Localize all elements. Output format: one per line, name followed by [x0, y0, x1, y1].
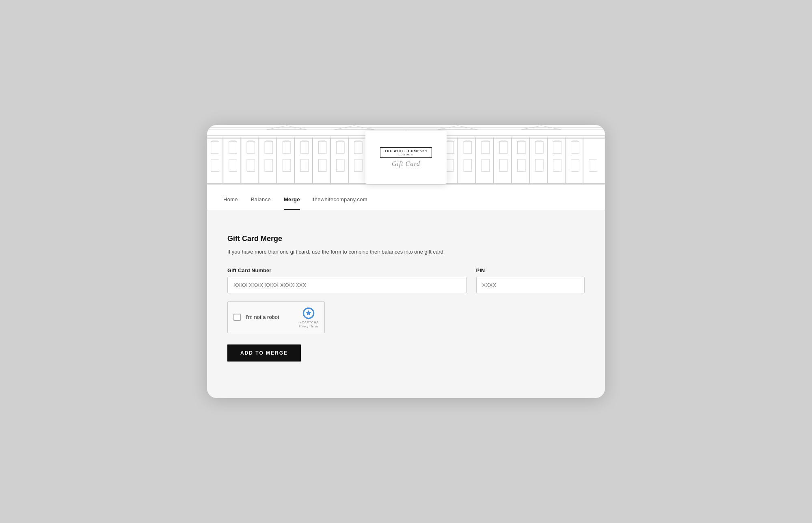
recaptcha-widget[interactable]: I'm not a robot reCAPTCHA Privacy - Term… [227, 301, 325, 333]
pin-input[interactable] [476, 277, 585, 293]
brand-sub: London [384, 153, 428, 156]
gift-card-label: Gift Card [392, 160, 420, 168]
main-content: Gift Card Merge If you have more than on… [207, 210, 605, 398]
pin-label: PIN [476, 267, 585, 273]
hero-header: THE WHITE COMPANY London Gift Card [207, 125, 605, 190]
pin-group: PIN [476, 267, 585, 293]
add-to-merge-button[interactable]: ADD TO MERGE [227, 344, 301, 362]
recaptcha-left: I'm not a robot [233, 314, 279, 321]
app-frame: THE WHITE COMPANY London Gift Card Home … [207, 125, 605, 398]
section-title: Gift Card Merge [227, 235, 585, 243]
nav-item-merge[interactable]: Merge [284, 190, 300, 210]
nav-item-balance[interactable]: Balance [251, 190, 271, 210]
nav-item-home[interactable]: Home [223, 190, 238, 210]
recaptcha-logo: reCAPTCHA Privacy - Terms [298, 307, 319, 328]
card-number-label: Gift Card Number [227, 267, 466, 273]
recaptcha-text: I'm not a robot [246, 314, 279, 320]
recaptcha-brand-label: reCAPTCHA [298, 321, 319, 324]
recaptcha-links: Privacy - Terms [299, 325, 318, 328]
brand-box: THE WHITE COMPANY London [380, 147, 432, 158]
form-inputs-row: Gift Card Number PIN [227, 267, 585, 293]
navigation: Home Balance Merge thewhitecompany.com [207, 190, 605, 210]
recaptcha-icon [302, 307, 315, 320]
card-number-group: Gift Card Number [227, 267, 466, 293]
section-description: If you have more than one gift card, use… [227, 248, 585, 256]
recaptcha-checkbox[interactable] [233, 314, 241, 321]
content-card: Gift Card Merge If you have more than on… [223, 222, 589, 378]
nav-item-website[interactable]: thewhitecompany.com [313, 190, 367, 210]
gift-card: THE WHITE COMPANY London Gift Card [365, 131, 447, 184]
card-number-input[interactable] [227, 277, 466, 293]
brand-name: THE WHITE COMPANY [384, 149, 428, 153]
